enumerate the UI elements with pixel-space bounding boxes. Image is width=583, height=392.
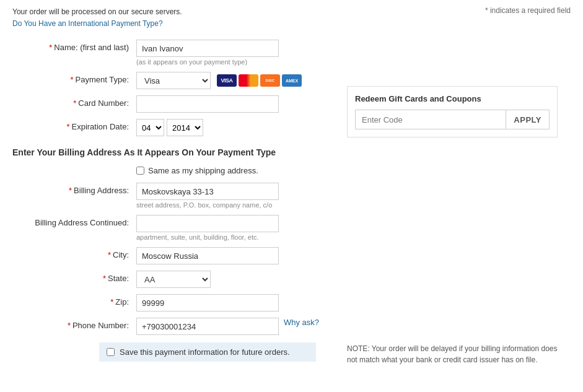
state-label: *State: [12, 271, 136, 283]
zip-input[interactable] [136, 294, 279, 311]
international-link[interactable]: Do You Have an International Payment Typ… [12, 19, 163, 28]
card-number-input[interactable] [136, 95, 279, 113]
expiry-row: 01 02 03 04 05 06 07 08 09 10 11 12 2013… [136, 119, 203, 136]
name-label: *Name: (first and last) [12, 40, 136, 52]
name-hint: (as it appears on your payment type) [136, 58, 279, 66]
required-star-3: * [73, 98, 76, 108]
billing-address2-row: Billing Address Continued: apartment, su… [12, 215, 571, 241]
billing-address-row: *Billing Address: street address, P.O. b… [12, 183, 571, 209]
expiry-year-select[interactable]: 2013 2014 2015 2016 2017 2018 2019 2020 [167, 119, 203, 136]
same-as-shipping-row: Same as my shipping address. [136, 166, 571, 175]
note-text: NOTE: Your order will be delayed if your… [347, 344, 558, 364]
required-note: * indicates a required field [485, 6, 571, 15]
apply-button[interactable]: APPLY [506, 110, 550, 129]
name-input[interactable] [136, 40, 279, 57]
save-payment-row: Save this payment information for future… [99, 342, 316, 362]
name-field-group: (as it appears on your payment type) [136, 40, 279, 66]
note-box: NOTE: Your order will be delayed if your… [347, 343, 558, 365]
state-row: *State: AA AE AP [12, 271, 571, 288]
zip-row: *Zip: [12, 294, 571, 311]
billing-address-hint: street address, P.O. box, company name, … [136, 201, 279, 209]
billing-address2-label: Billing Address Continued: [12, 215, 136, 227]
phone-input[interactable] [136, 318, 279, 335]
payment-type-field-group: Visa MasterCard Discover American Expres… [136, 72, 302, 89]
required-star-2: * [70, 75, 73, 84]
visa-icon: VISA [217, 74, 237, 87]
same-as-shipping-checkbox[interactable] [136, 167, 144, 175]
phone-row: *Phone Number: Why ask? [12, 318, 571, 335]
save-payment-checkbox[interactable] [107, 348, 115, 356]
save-payment-label: Save this payment information for future… [120, 347, 290, 357]
state-select[interactable]: AA AE AP [136, 271, 211, 288]
billing-address2-input[interactable] [136, 215, 279, 232]
why-ask-link[interactable]: Why ask? [284, 318, 319, 327]
city-row: *City: [12, 247, 571, 264]
billing-address-field-group: street address, P.O. box, company name, … [136, 183, 279, 209]
required-star-8: * [110, 297, 113, 307]
billing-address2-field-group: apartment, suite, unit, building, floor,… [136, 215, 279, 241]
gift-card-input[interactable] [355, 110, 506, 129]
required-star-7: * [103, 274, 106, 283]
required-star-5: * [69, 186, 72, 195]
expiration-label: *Expiration Date: [12, 119, 136, 131]
gift-card-box: Redeem Gift Cards and Coupons APPLY [347, 86, 558, 137]
required-star-9: * [68, 321, 71, 330]
required-star: * [49, 43, 52, 52]
billing-section-title: Enter Your Billing Address As It Appears… [12, 147, 571, 157]
city-label: *City: [12, 247, 136, 259]
card-icons: VISA DISC AMEX [217, 74, 302, 87]
amex-icon: AMEX [282, 74, 302, 87]
required-star-6: * [108, 250, 111, 259]
same-as-shipping-label: Same as my shipping address. [148, 166, 258, 175]
card-number-label: *Card Number: [12, 95, 136, 108]
payment-type-select[interactable]: Visa MasterCard Discover American Expres… [136, 72, 211, 89]
zip-label: *Zip: [12, 294, 136, 307]
required-star-4: * [66, 122, 69, 131]
name-row: *Name: (first and last) (as it appears o… [12, 40, 571, 66]
phone-label: *Phone Number: [12, 318, 136, 330]
discover-icon: DISC [260, 74, 280, 87]
mastercard-icon [239, 74, 258, 87]
billing-address-label: *Billing Address: [12, 183, 136, 195]
secure-text: Your order will be processed on our secu… [12, 6, 182, 18]
billing-address2-hint: apartment, suite, unit, building, floor,… [136, 233, 279, 241]
city-input[interactable] [136, 247, 279, 264]
gift-card-title: Redeem Gift Cards and Coupons [355, 94, 550, 103]
expiry-month-select[interactable]: 01 02 03 04 05 06 07 08 09 10 11 12 [136, 119, 164, 136]
payment-type-label: *Payment Type: [12, 72, 136, 84]
top-bar-left: Your order will be processed on our secu… [12, 6, 182, 30]
billing-address-input[interactable] [136, 183, 279, 200]
